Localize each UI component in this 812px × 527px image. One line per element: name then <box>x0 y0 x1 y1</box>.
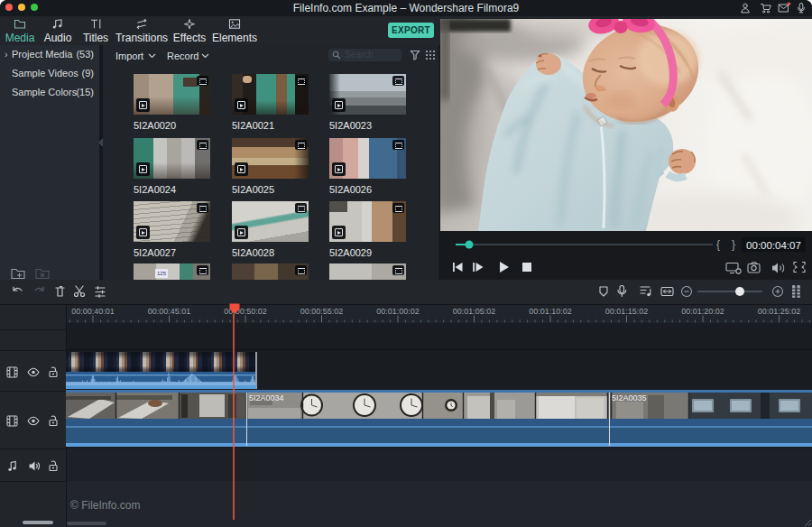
svg-text:00:01:05:02: 00:01:05:02 <box>453 307 496 316</box>
svg-text:00:00:55:02: 00:00:55:02 <box>300 307 344 316</box>
svg-text:00:00:45:01: 00:00:45:01 <box>148 307 191 316</box>
svg-text:00:01:15:02: 00:01:15:02 <box>605 307 649 316</box>
svg-text:00:00:40:01: 00:00:40:01 <box>71 307 115 316</box>
svg-text:00:01:20:02: 00:01:20:02 <box>681 307 724 316</box>
svg-text:00:01:10:02: 00:01:10:02 <box>529 307 572 316</box>
svg-text:}: } <box>732 238 735 251</box>
svg-text:00:00:04:07: 00:00:04:07 <box>746 240 801 251</box>
svg-text:00:01:25:02: 00:01:25:02 <box>758 307 801 316</box>
svg-text:00:01:00:02: 00:01:00:02 <box>376 307 420 316</box>
svg-text:{: { <box>716 238 720 251</box>
